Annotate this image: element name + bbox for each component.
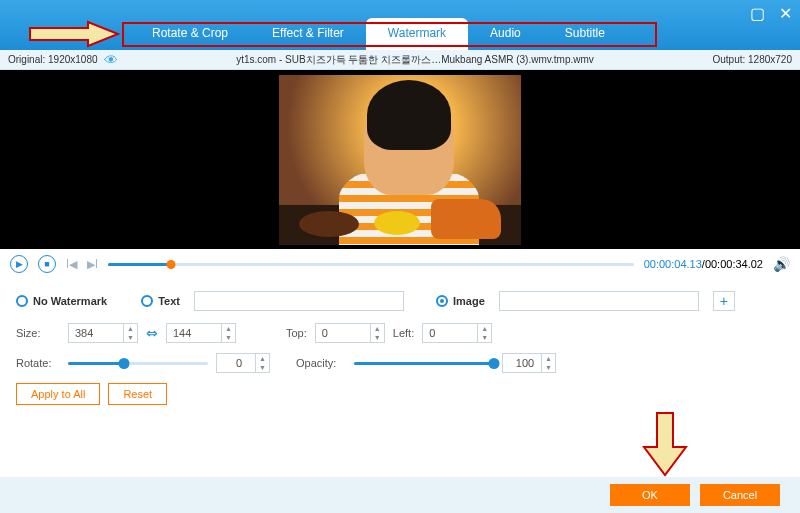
video-preview [0,70,800,249]
size-height-spinner[interactable]: 144▲▼ [166,323,236,343]
tab-rotate-crop[interactable]: Rotate & Crop [130,18,250,50]
output-resolution: Output: 1280x720 [712,54,792,65]
image-watermark-input[interactable] [499,291,699,311]
original-resolution: Original: 1920x1080 [8,54,98,65]
rotate-label: Rotate: [16,357,60,369]
bottom-bar: OK Cancel [0,477,800,513]
ok-button[interactable]: OK [610,484,690,506]
apply-to-all-button[interactable]: Apply to All [16,383,100,405]
window-controls: ▢ ✕ [750,4,792,23]
tab-subtitle[interactable]: Subtitle [543,18,627,50]
cancel-button[interactable]: Cancel [700,484,780,506]
annotation-arrow-down [642,411,688,477]
info-bar: Original: 1920x1080 👁 yt1s.com - SUB치즈가득… [0,50,800,70]
preview-toggle-icon[interactable]: 👁 [104,52,118,68]
top-label: Top: [286,327,307,339]
volume-icon[interactable]: 🔊 [773,256,790,272]
opacity-slider[interactable] [354,362,494,365]
add-image-button[interactable]: + [713,291,735,311]
opacity-label: Opacity: [296,357,346,369]
tab-effect-filter[interactable]: Effect & Filter [250,18,366,50]
rotate-slider[interactable] [68,362,208,365]
top-spinner[interactable]: 0▲▼ [315,323,385,343]
playback-controls: ▶ ■ ⅼ◀ ▶ⅼ 00:00:04.13/00:00:34.02 🔊 [0,249,800,279]
tab-watermark[interactable]: Watermark [366,18,468,50]
size-width-spinner[interactable]: 384▲▼ [68,323,138,343]
tab-audio[interactable]: Audio [468,18,543,50]
link-aspect-icon[interactable]: ⇔ [146,325,158,341]
maximize-icon[interactable]: ▢ [750,4,765,23]
radio-no-watermark[interactable]: No Watermark [16,295,107,307]
next-frame-button[interactable]: ▶ⅼ [87,258,98,271]
left-spinner[interactable]: 0▲▼ [422,323,492,343]
file-name: yt1s.com - SUB치즈가득 두툼한 치즈롤까스…Mukbang ASM… [118,53,713,67]
text-watermark-input[interactable] [194,291,404,311]
seek-thumb[interactable] [167,260,176,269]
play-button[interactable]: ▶ [10,255,28,273]
size-label: Size: [16,327,60,339]
title-bar: Rotate & Crop Effect & Filter Watermark … [0,0,800,50]
editor-tabs: Rotate & Crop Effect & Filter Watermark … [130,0,627,50]
left-label: Left: [393,327,414,339]
close-icon[interactable]: ✕ [779,4,792,23]
radio-text[interactable]: Text [141,295,180,307]
stop-button[interactable]: ■ [38,255,56,273]
annotation-arrow-right [28,20,120,48]
time-display: 00:00:04.13/00:00:34.02 [644,258,763,270]
seek-bar[interactable] [108,263,634,266]
reset-button[interactable]: Reset [108,383,167,405]
opacity-spinner[interactable]: 100▲▼ [502,353,556,373]
preview-frame [279,75,521,245]
prev-frame-button[interactable]: ⅼ◀ [66,258,77,271]
watermark-panel: No Watermark Text Image + Size: 384▲▼ ⇔ … [0,279,800,411]
rotate-spinner[interactable]: 0▲▼ [216,353,270,373]
radio-image[interactable]: Image [436,295,485,307]
